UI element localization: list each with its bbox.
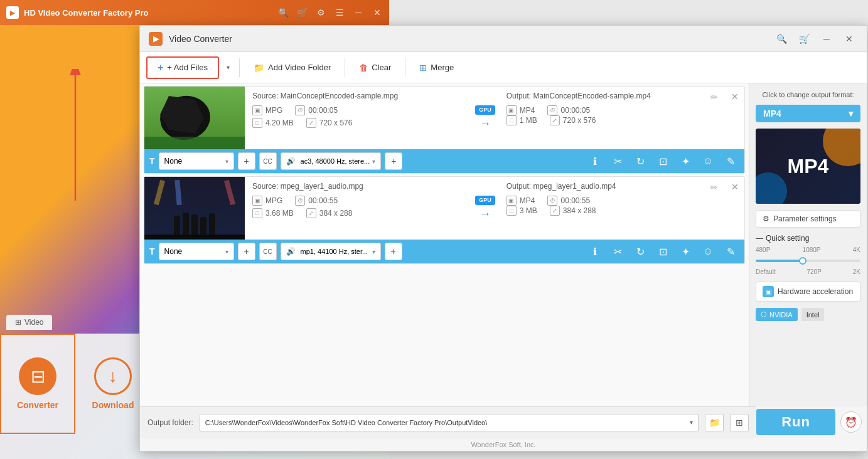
file-list: Source: MainConceptEncoded-sample.mpg ▣ … — [140, 83, 749, 406]
cut-icon-2[interactable]: ✂ — [609, 243, 626, 260]
out-size-icon-2: □ — [506, 206, 517, 216]
toolbar-divider-3 — [405, 58, 405, 77]
annotation-arrow — [38, 69, 113, 207]
gpu-badge-2: GPU — [475, 196, 495, 205]
clear-label: Clear — [372, 63, 391, 72]
add-files-button[interactable]: + + Add Files — [146, 56, 219, 79]
convert-arrow-2: → — [480, 208, 491, 221]
file-1-input-resolution: ⤢ 720 x 576 — [306, 118, 353, 128]
subtitle-edit-icon-1[interactable]: ✎ — [722, 152, 739, 170]
audio-dropdown-1: ▾ — [372, 158, 375, 165]
converter-nav-label: Converter — [17, 400, 58, 410]
add-subtitle-btn-2[interactable]: + — [238, 243, 255, 260]
main-window: ▶ Video Converter 🔍 🛒 ─ ✕ + + Add Files … — [139, 25, 867, 451]
add-audio-btn-2[interactable]: + — [385, 243, 402, 260]
parameter-settings-btn[interactable]: ⚙ Parameter settings — [756, 210, 860, 228]
title-search-icon[interactable]: 🔍 — [773, 30, 790, 48]
cut-icon-1[interactable]: ✂ — [609, 152, 626, 170]
content-area: Source: MainConceptEncoded-sample.mpg ▣ … — [140, 83, 867, 406]
quality-labels-bottom: Default 720P 2K — [756, 268, 860, 275]
output-path-input[interactable] — [205, 419, 690, 426]
clear-button[interactable]: 🗑 Clear — [349, 56, 401, 79]
title-close-icon[interactable]: ✕ — [840, 30, 858, 48]
add-folder-button[interactable]: 📁 Add Video Folder — [244, 56, 341, 79]
crop-icon-2[interactable]: ⊡ — [654, 243, 672, 260]
file-1-output-format: ▣ MP4 — [506, 105, 535, 115]
convert-arrow-1: → — [480, 117, 491, 130]
video-tab[interactable]: ⊞ Video — [6, 315, 52, 330]
info-icon-2[interactable]: ℹ — [586, 243, 604, 260]
subtitle-select-1[interactable]: None ▾ — [159, 152, 234, 170]
clock-icon-2: ⏱ — [295, 196, 305, 206]
alarm-btn[interactable]: ⏰ — [840, 411, 862, 433]
browse-folder-btn[interactable]: 📁 — [705, 414, 724, 431]
clear-icon: 🗑 — [359, 63, 368, 73]
mp4-preview-logo: MP4 — [756, 129, 860, 204]
audio-select-2[interactable]: 🔊 mp1, 44100 Hz, ster... ▾ — [281, 243, 381, 260]
add-subtitle-btn-1[interactable]: + — [238, 152, 255, 170]
subtitle-cc-btn-2[interactable]: CC — [259, 243, 277, 260]
file-1-close-btn[interactable]: ✕ — [726, 87, 744, 149]
title-cart-icon[interactable]: 🛒 — [795, 30, 813, 48]
open-folder-btn[interactable]: ⊞ — [730, 414, 749, 431]
crop-icon-1[interactable]: ⊡ — [654, 152, 672, 170]
hardware-acceleration-btn[interactable]: ▣ Hardware acceleration — [756, 282, 860, 302]
format-icon: ▣ — [252, 105, 262, 115]
file-2-input-duration: ⏱ 00:00:55 — [295, 196, 338, 206]
run-button[interactable]: Run — [756, 409, 835, 435]
file-item-2: Source: mpeg_layer1_audio.mpg ▣ MPG ⏱ 00… — [144, 176, 745, 264]
out-format-icon: ▣ — [506, 105, 517, 115]
download-nav-label: Download — [92, 400, 134, 410]
file-2-input-meta: ▣ MPG ⏱ 00:00:55 — [252, 196, 464, 206]
file-1-output-size: □ 1 MB — [506, 115, 537, 125]
subtitle-cc-btn-1[interactable]: CC — [259, 152, 277, 170]
converter-nav-item[interactable]: ⊟ Converter — [0, 334, 75, 434]
add-files-label: + Add Files — [167, 63, 208, 72]
format-label: MP4 — [763, 108, 781, 119]
file-1-output-resolution: ⤢ 720 x 576 — [550, 115, 596, 125]
toolbar: + + Add Files ▾ 📁 Add Video Folder 🗑 Cle… — [140, 52, 867, 83]
effects-icon-1[interactable]: ✦ — [677, 152, 694, 170]
subtitle-select-2[interactable]: None ▾ — [159, 243, 234, 260]
merge-button[interactable]: ⊞ Merge — [409, 56, 464, 79]
out-clock-icon-2: ⏱ — [547, 196, 557, 206]
format-selector[interactable]: MP4 ▾ — [756, 105, 860, 122]
out-clock-icon: ⏱ — [547, 105, 557, 115]
watermark-icon-2[interactable]: ☺ — [699, 243, 717, 260]
info-icon-1[interactable]: ℹ — [586, 152, 604, 170]
file-2-output-format: ▣ MP4 — [506, 196, 535, 206]
file-1-input-size: □ 4.20 MB — [252, 118, 294, 128]
bg-close-icon[interactable]: ✕ — [372, 7, 383, 18]
add-audio-btn-1[interactable]: + — [385, 152, 402, 170]
file-1-output-duration: ⏱ 00:00:05 — [547, 105, 590, 115]
output-label: Output folder: — [147, 418, 193, 427]
edit-icon-1[interactable]: ✏ — [710, 92, 718, 102]
effects-icon-2[interactable]: ✦ — [677, 243, 694, 260]
edit-icon-2[interactable]: ✏ — [710, 182, 718, 193]
audio-select-1[interactable]: 🔊 ac3, 48000 Hz, stere... ▾ — [281, 152, 382, 170]
format-dropdown-icon: ▾ — [849, 108, 853, 119]
title-minimize-icon[interactable]: ─ — [818, 30, 835, 48]
file-2-output-meta: ▣ MP4 ⏱ 00:00:55 — [506, 196, 718, 206]
quality-slider[interactable] — [756, 260, 860, 262]
rotate-icon-2[interactable]: ↻ — [631, 243, 649, 260]
bg-menu-icon[interactable]: ☰ — [334, 7, 345, 18]
watermark-icon-1[interactable]: ☺ — [699, 152, 717, 170]
rotate-icon-1[interactable]: ↻ — [631, 152, 649, 170]
bg-settings-icon[interactable]: ⚙ — [315, 7, 326, 18]
bg-search-icon[interactable]: 🔍 — [277, 7, 289, 18]
nvidia-btn[interactable]: ⬡ NVIDIA — [756, 308, 798, 321]
bg-minimize-icon[interactable]: ─ — [353, 7, 364, 18]
res-icon-2: ⤢ — [306, 208, 316, 218]
subtitle-bar-1: T None ▾ + CC 🔊 ac3, 48000 Hz, stere... … — [144, 149, 744, 173]
quality-slider-fill — [756, 260, 803, 262]
subtitle-edit-icon-2[interactable]: ✎ — [722, 243, 739, 260]
file-1-source-info: Source: MainConceptEncoded-sample.mpg ▣ … — [245, 87, 471, 149]
intel-btn[interactable]: Intel — [801, 308, 825, 321]
bg-cart-icon[interactable]: 🛒 — [296, 7, 308, 18]
audio-icon-1: 🔊 — [286, 157, 296, 166]
file-2-close-btn[interactable]: ✕ — [726, 177, 744, 240]
quick-setting-icon: — — [756, 234, 763, 243]
add-files-dropdown[interactable]: ▾ — [220, 56, 235, 79]
path-dropdown-icon[interactable]: ▾ — [690, 419, 693, 426]
